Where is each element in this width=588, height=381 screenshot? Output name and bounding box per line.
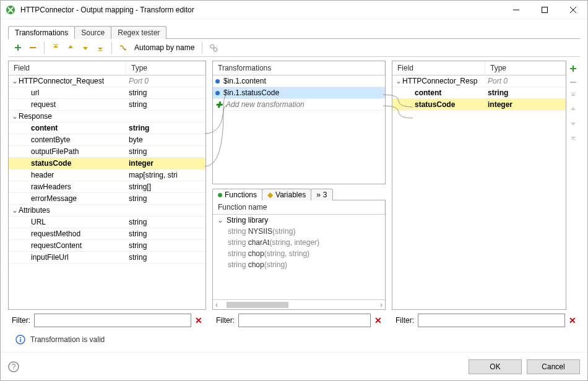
toolbar: Automap by name (8, 38, 580, 57)
move-bottom-icon[interactable] (568, 131, 579, 142)
svg-point-11 (214, 48, 217, 51)
tree-row[interactable]: outputFilePathstring (9, 146, 205, 158)
add-icon[interactable] (12, 41, 24, 54)
tree-row[interactable]: urlstring (9, 87, 205, 99)
chevron-down-icon[interactable]: ⌄ (11, 206, 19, 215)
side-buttons (566, 61, 580, 310)
automap-icon[interactable] (117, 41, 129, 54)
tree-row[interactable]: requeststring (9, 99, 205, 111)
tab-functions[interactable]: Functions (212, 189, 262, 200)
functions-panel: Function name ⌄String library string NYS… (212, 200, 386, 310)
clear-filter-icon[interactable]: ✕ (195, 315, 202, 325)
horizontal-scrollbar[interactable]: ‹ › (213, 299, 385, 309)
function-item[interactable]: string NYSIIS(string) (213, 226, 385, 237)
add-icon[interactable] (568, 63, 579, 74)
functions-list[interactable]: ⌄String library string NYSIIS(string)str… (213, 215, 385, 299)
tree-row[interactable]: contentstring (392, 87, 566, 99)
tab-regex-tester[interactable]: Regex tester (111, 26, 166, 39)
transformations-list[interactable]: $in.1.content$in.1.statusCode✚Add new tr… (213, 75, 385, 184)
row-type: map[string, stri (126, 171, 205, 179)
col-type[interactable]: Type (485, 61, 566, 75)
status-bar: Transformation is valid (8, 331, 580, 348)
maximize-button[interactable] (530, 1, 559, 19)
function-item[interactable]: string chop(string) (213, 259, 385, 270)
status-text: Transformation is valid (30, 335, 105, 344)
filter-label: Filter: (12, 316, 30, 325)
window-title: HTTPConnector - Output mapping - Transfo… (20, 6, 502, 14)
svg-point-18 (20, 337, 21, 338)
tree-row[interactable]: errorMessagestring (9, 193, 205, 205)
tab-more[interactable]: »3 (311, 189, 332, 200)
settings-icon[interactable] (207, 41, 220, 54)
input-fields-tree[interactable]: ⌄HTTPConnector_RequestPort 0urlstringreq… (9, 75, 205, 309)
left-filter-input[interactable] (34, 314, 191, 327)
row-label: rawHeaders (31, 182, 71, 191)
tree-row[interactable]: ✚Add new transformation (213, 99, 385, 111)
chevron-down-icon[interactable]: ⌄ (11, 77, 19, 85)
tree-row[interactable]: URLstring (9, 216, 205, 228)
mid-filter-row: Filter: ✕ (212, 310, 386, 331)
remove-icon[interactable] (568, 77, 579, 88)
tree-row[interactable]: $in.1.content (213, 75, 385, 87)
move-down-icon[interactable] (568, 118, 579, 129)
dot-icon (218, 193, 222, 197)
chevron-down-icon[interactable]: ⌄ (395, 77, 402, 85)
cancel-button[interactable]: Cancel (527, 359, 580, 374)
row-type: integer (485, 100, 566, 109)
col-type[interactable]: Type (126, 61, 205, 75)
tree-row[interactable]: statusCodeinteger (392, 99, 566, 111)
right-filter-input[interactable] (418, 314, 565, 327)
function-item[interactable]: string charAt(string, integer) (213, 237, 385, 248)
col-field[interactable]: Field (9, 61, 126, 75)
ok-button[interactable]: OK (469, 359, 522, 374)
col-function-name[interactable]: Function name (213, 200, 385, 214)
tree-row[interactable]: headermap[string, stri (9, 169, 205, 181)
close-button[interactable] (559, 1, 587, 19)
tree-row[interactable]: ⌄Attributes (9, 205, 205, 216)
remove-icon[interactable] (27, 41, 39, 54)
chevron-down-icon[interactable]: ⌄ (217, 216, 224, 225)
move-down-icon[interactable] (79, 41, 92, 54)
move-top-icon[interactable] (568, 90, 579, 101)
window: HTTPConnector - Output mapping - Transfo… (0, 0, 588, 381)
tree-row[interactable]: statusCodeinteger (9, 158, 205, 169)
tree-row[interactable]: inputFileUrlstring (9, 252, 205, 263)
move-up-icon[interactable] (64, 41, 77, 54)
move-up-icon[interactable] (568, 104, 579, 115)
row-type: integer (126, 159, 205, 168)
output-fields-tree[interactable]: ⌄HTTPConnector_RespPort 0contentstringst… (392, 75, 566, 309)
tab-source[interactable]: Source (74, 26, 111, 39)
row-type: Port 0 (126, 77, 205, 85)
tree-row[interactable]: contentBytebyte (9, 134, 205, 146)
minimize-button[interactable] (502, 1, 530, 19)
dot-icon (215, 91, 220, 95)
tree-row[interactable]: $in.1.statusCode (213, 87, 385, 99)
info-icon (15, 335, 25, 345)
input-fields-panel: Field Type ⌄HTTPConnector_RequestPort 0u… (8, 61, 206, 310)
right-filter-row: Filter: ✕ (392, 310, 580, 331)
col-field[interactable]: Field (392, 61, 485, 75)
function-group: String library (227, 216, 268, 225)
help-icon[interactable]: ? (8, 361, 19, 372)
functions-tabs: Functions ◆Variables »3 (212, 189, 386, 200)
tab-variables[interactable]: ◆Variables (262, 189, 311, 200)
row-type: string[] (126, 182, 205, 191)
move-bottom-icon[interactable] (94, 41, 106, 54)
tab-transformations[interactable]: Transformations (8, 26, 75, 39)
automap-label[interactable]: Automap by name (132, 43, 197, 52)
chevron-down-icon[interactable]: ⌄ (11, 112, 19, 121)
tree-row[interactable]: contentstring (9, 122, 205, 134)
tree-row[interactable]: ⌄Response (9, 111, 205, 122)
tree-row[interactable]: requestMethodstring (9, 228, 205, 240)
tree-row[interactable]: rawHeadersstring[] (9, 181, 205, 193)
tree-row[interactable]: ⌄HTTPConnector_RequestPort 0 (9, 75, 205, 87)
row-type: string (126, 147, 205, 156)
move-top-icon[interactable] (50, 41, 62, 54)
clear-filter-icon[interactable]: ✕ (374, 315, 382, 325)
row-label: header (31, 171, 54, 179)
clear-filter-icon[interactable]: ✕ (569, 315, 576, 325)
tree-row[interactable]: requestContentstring (9, 240, 205, 252)
function-item[interactable]: string chop(string, string) (213, 248, 385, 259)
tree-row[interactable]: ⌄HTTPConnector_RespPort 0 (392, 75, 566, 87)
mid-filter-input[interactable] (238, 314, 371, 327)
